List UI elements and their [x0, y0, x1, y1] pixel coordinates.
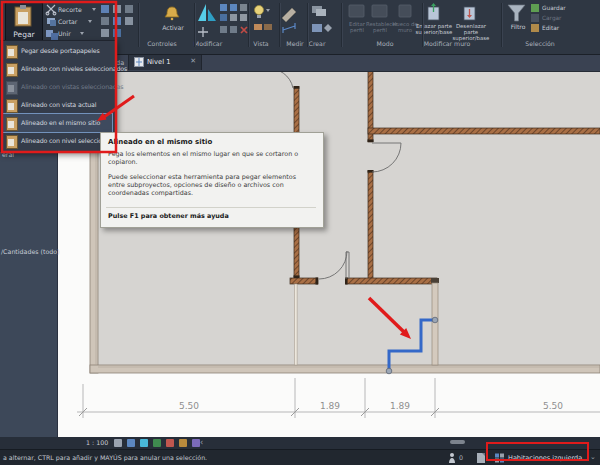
paste-dropdown-menu: Pegar desde portapapeles Alineado con ni… — [0, 40, 116, 152]
ribbon-separator — [341, 3, 343, 47]
tab-label: Nivel 1 — [147, 58, 171, 66]
paste-icon — [6, 99, 18, 113]
cut-icon[interactable] — [47, 18, 56, 26]
bell-icon[interactable] — [165, 7, 179, 20]
measure-icon[interactable] — [283, 23, 295, 33]
lightbulb-icon[interactable] — [255, 6, 271, 19]
svg-text:5.50: 5.50 — [543, 401, 563, 411]
crop-view-icon — [166, 439, 174, 447]
shadows-icon — [153, 439, 161, 447]
tooltip: Alineado en el mismo sitio Pega los elem… — [100, 132, 324, 228]
load-selection-icon — [531, 14, 539, 22]
svg-text:1.89: 1.89 — [390, 401, 410, 411]
ribbon-separator — [422, 3, 424, 47]
workset-icon[interactable] — [495, 454, 504, 463]
paste-icon — [6, 81, 18, 95]
visual-style-icon — [127, 439, 135, 447]
view-edit-icons[interactable] — [254, 24, 272, 30]
crop-button-label[interactable]: Recorte — [58, 6, 82, 16]
tooltip-title: Alineado en el mismo sitio — [108, 138, 212, 146]
join-button-label[interactable]: Unir — [58, 30, 71, 40]
crop-region-icon — [179, 439, 187, 447]
edit-selection-icon[interactable] — [531, 24, 539, 32]
edit-profile-icon — [349, 5, 364, 17]
close-icon[interactable]: ✕ — [190, 58, 196, 65]
paste-icon — [6, 117, 18, 131]
activate-button-label[interactable]: Activar — [160, 24, 186, 34]
ribbon-separator — [307, 3, 309, 47]
tooltip-body: Puede seleccionar esta herramienta para … — [108, 173, 313, 197]
group-label-mode: Modo — [365, 40, 405, 51]
load-selection-label: Cargar — [542, 15, 562, 25]
delete-icon[interactable] — [241, 27, 247, 33]
cut-button-label[interactable]: Cortar — [58, 18, 77, 28]
thin-partition-wall[interactable] — [295, 284, 298, 365]
group-label-modify-wall: Modificar muro — [405, 40, 489, 51]
save-selection-icon[interactable] — [531, 4, 539, 12]
menu-item-aligned-selected-views: Alineado con vistas seleccionadas — [2, 78, 112, 96]
view-control-icons — [0, 437, 600, 449]
status-bar: a alternar, CTRL para añadir y MAYÚS par… — [0, 449, 600, 465]
detail-level-icon — [114, 439, 122, 447]
reset-profile-label: Restablecer perfil — [366, 21, 394, 33]
menu-item-aligned-selected-level[interactable]: Alineado con nivel seleccionado — [2, 132, 112, 150]
join-icon[interactable] — [46, 30, 58, 40]
sun-path-icon — [140, 439, 148, 447]
tooltip-help-hint: Pulse F1 para obtener más ayuda — [108, 212, 229, 220]
move-icon[interactable] — [198, 27, 208, 37]
create-icons[interactable] — [312, 6, 332, 32]
menu-item-aligned-selected-levels[interactable]: Alineado con niveles seleccionados — [2, 60, 112, 78]
scroll-thumb — [450, 440, 465, 444]
mid-wall[interactable] — [432, 283, 438, 365]
detach-top-icon[interactable] — [464, 7, 475, 20]
drawing-area[interactable]: 5.50 1.89 1.89 5.50 — [57, 71, 600, 437]
hide-elements-icon — [192, 439, 200, 447]
paste-icon — [6, 63, 18, 77]
tab-nivel-1[interactable]: Nivel 1 ✕ — [128, 54, 202, 70]
browser-item-fragment[interactable]: /Cantidades (todo) — [1, 248, 60, 255]
doc-icon[interactable] — [477, 453, 485, 463]
person-icon[interactable] — [449, 453, 455, 463]
group-label-modify: Modificar — [186, 40, 230, 51]
revit-window: Pegar — [0, 0, 600, 465]
workset-selector[interactable]: Habitaciones izquierda — [508, 454, 582, 462]
group-label-controls: Controles — [142, 40, 182, 51]
browser-item-fragment[interactable]: eral — [2, 151, 14, 158]
ribbon-separator — [501, 3, 503, 47]
ruler-icon[interactable] — [282, 8, 296, 22]
detach-top-label[interactable]: Desenlazar parte superior/base — [448, 23, 494, 41]
plan-view-icon — [134, 57, 144, 67]
group-label-selection: Selección — [515, 40, 565, 51]
filter-icon[interactable] — [508, 5, 525, 21]
wall-opening-icon — [399, 5, 411, 17]
svg-text:1.89: 1.89 — [320, 401, 340, 411]
reset-profile-icon — [372, 5, 387, 17]
collapse-icon[interactable]: ‹ — [200, 438, 203, 447]
chevron-down-icon[interactable]: ⌄ — [590, 453, 596, 461]
menu-item-aligned-current-view[interactable]: Alineado con vista actual — [2, 96, 112, 114]
menu-item-aligned-same-place[interactable]: Alineado en el mismo sitio — [2, 114, 112, 132]
editable-count: 0 — [459, 454, 463, 461]
save-selection-label[interactable]: Guardar — [542, 5, 566, 15]
edit-selection-label[interactable]: Editar — [542, 25, 559, 35]
tooltip-body: Pega los elementos en el mismo lugar en … — [108, 150, 313, 166]
ribbon-separator — [194, 3, 196, 47]
paste-icon — [6, 45, 18, 59]
group-label-create: Crear — [297, 40, 337, 51]
tooltip-divider — [106, 207, 316, 208]
attach-top-icon[interactable] — [428, 3, 439, 20]
ribbon-separator — [138, 3, 140, 47]
paste-icon — [6, 135, 18, 149]
pipe-end-handle[interactable] — [432, 317, 438, 323]
align-icon[interactable] — [198, 4, 216, 21]
menu-item-paste-clipboard[interactable]: Pegar desde portapapeles — [2, 42, 112, 60]
svg-text:5.50: 5.50 — [179, 401, 199, 411]
ribbon-separator — [248, 3, 250, 47]
view-control-bar: 1 : 100 ‹ — [0, 437, 600, 449]
ribbon-separator — [279, 3, 281, 47]
crop-icon[interactable] — [46, 5, 56, 15]
filter-label[interactable]: Filtro — [505, 24, 531, 30]
pipe-end-handle[interactable] — [386, 368, 392, 374]
clipboard-extra-icons[interactable] — [80, 5, 133, 37]
